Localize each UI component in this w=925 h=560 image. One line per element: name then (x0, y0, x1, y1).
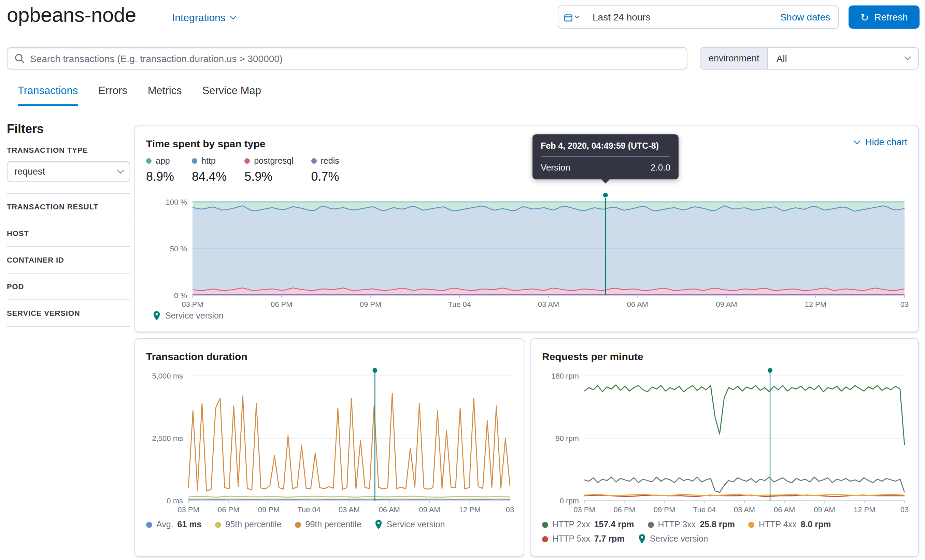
span-legend-redis[interactable]: redis0.7% (311, 156, 339, 186)
legend-label: Service version (387, 520, 445, 529)
map-pin-icon (638, 534, 646, 543)
svg-text:12 PM: 12 PM (459, 506, 481, 514)
transaction-type-value: request (14, 167, 45, 177)
span-type-stacked-area-chart[interactable]: 100 %50 %0 %03 PM06 PM09 PMTue 0403 AM06… (146, 188, 908, 310)
svg-text:03 AM: 03 AM (339, 506, 360, 514)
svg-text:03 AM: 03 AM (734, 506, 755, 514)
legend-label: http (201, 156, 216, 166)
refresh-button[interactable]: ↻ Refresh (848, 6, 919, 29)
calendar-icon (563, 13, 572, 21)
requests-per-minute-panel: Requests per minute 180 rpm90 rpm0 rpm03… (530, 338, 919, 557)
legend-label: HTTP 4xx (759, 520, 797, 529)
span-percent-value: 0.7% (311, 170, 339, 184)
legend-item-avg-[interactable]: Avg.61 ms (146, 520, 202, 529)
legend-label: HTTP 5xx (552, 534, 590, 543)
span-legend-app[interactable]: app8.9% (146, 156, 174, 186)
search-transactions-bar (7, 47, 687, 69)
legend-dot (215, 521, 221, 528)
legend-dot (648, 521, 654, 528)
service-version-legend[interactable]: Service version (153, 311, 907, 321)
legend-item-http-5xx[interactable]: HTTP 5xx7.7 rpm (542, 534, 625, 543)
transaction-type-select[interactable]: request (7, 161, 130, 182)
tab-errors[interactable]: Errors (98, 84, 127, 106)
legend-value: 157.4 rpm (594, 520, 634, 529)
hide-chart-label: Hide chart (865, 137, 907, 147)
rpm-chart-legend-row1: HTTP 2xx157.4 rpmHTTP 3xx25.8 rpmHTTP 4x… (542, 519, 907, 530)
requests-per-minute-chart[interactable]: 180 rpm90 rpm0 rpm03 PM06 PM09 PMTue 040… (542, 366, 908, 515)
legend-label: HTTP 3xx (658, 520, 696, 529)
legend-dot (192, 158, 197, 164)
svg-text:06 AM: 06 AM (379, 506, 400, 514)
time-range-field[interactable]: Last 24 hours Show dates (585, 6, 838, 28)
legend-dot (146, 158, 152, 164)
filter-section-pod[interactable]: POD (7, 273, 130, 300)
filters-title: Filters (7, 122, 130, 137)
svg-text:12 PM: 12 PM (804, 300, 826, 309)
svg-text:06 PM: 06 PM (271, 300, 292, 309)
legend-label: Service version (650, 534, 708, 543)
svg-text:0 rpm: 0 rpm (560, 497, 579, 505)
span-type-legend: app8.9%http84.4%postgresql5.9%redis0.7% (146, 156, 907, 186)
svg-text:100 %: 100 % (166, 198, 187, 206)
chevron-down-icon (904, 54, 911, 60)
legend-dot (146, 521, 152, 528)
legend-dot (311, 158, 317, 164)
integrations-dropdown[interactable]: Integrations (172, 12, 236, 23)
legend-item-service-version[interactable]: Service version (375, 520, 445, 529)
legend-item-service-version[interactable]: Service version (638, 534, 708, 543)
environment-select[interactable]: All (768, 48, 918, 69)
chevron-down-icon (230, 13, 237, 20)
svg-text:12 PM: 12 PM (854, 506, 875, 514)
calendar-button[interactable] (558, 6, 585, 28)
filter-section-service-version[interactable]: SERVICE VERSION (7, 300, 130, 327)
svg-text:Tue 04: Tue 04 (693, 506, 716, 514)
svg-text:03 PM: 03 PM (182, 300, 203, 309)
panel-title: Time spent by span type (146, 137, 265, 151)
legend-value: 61 ms (178, 520, 202, 529)
svg-text:Tue 04: Tue 04 (448, 300, 471, 309)
legend-label: redis (321, 156, 339, 166)
legend-label: 95th percentile (226, 520, 282, 529)
chevron-down-icon (574, 13, 579, 18)
legend-item-http-4xx[interactable]: HTTP 4xx8.0 rpm (749, 520, 831, 529)
svg-text:0 ms: 0 ms (167, 497, 183, 505)
tab-transactions[interactable]: Transactions (18, 84, 78, 106)
svg-text:5,000 ms: 5,000 ms (152, 372, 183, 380)
filter-section-transaction-result[interactable]: TRANSACTION RESULT (7, 194, 130, 220)
span-percent-value: 5.9% (244, 170, 293, 184)
transaction-type-label: TRANSACTION TYPE (7, 146, 130, 154)
hide-chart-button[interactable]: Hide chart (855, 137, 907, 147)
svg-text:03 PM: 03 PM (178, 506, 199, 514)
span-percent-value: 8.9% (146, 170, 174, 184)
legend-item-http-2xx[interactable]: HTTP 2xx157.4 rpm (542, 520, 634, 529)
span-legend-http[interactable]: http84.4% (192, 156, 227, 186)
environment-filter: environment All (700, 47, 919, 69)
tab-metrics[interactable]: Metrics (148, 84, 182, 106)
legend-label: postgresql (254, 156, 293, 166)
transaction-duration-chart[interactable]: 5,000 ms2,500 ms0 ms03 PM06 PM09 PMTue 0… (146, 366, 514, 515)
search-input[interactable] (30, 53, 680, 64)
legend-item-95th-percentile[interactable]: 95th percentile (215, 520, 282, 529)
svg-text:0 %: 0 % (174, 291, 187, 300)
svg-text:06 PM: 06 PM (613, 506, 635, 514)
time-range-picker: Last 24 hours Show dates (558, 6, 839, 29)
legend-item-99th-percentile[interactable]: 99th percentile (295, 520, 362, 529)
svg-text:03: 03 (506, 506, 514, 514)
time-spent-by-span-type-panel: Time spent by span type Hide chart app8.… (134, 126, 919, 332)
map-pin-icon (375, 520, 383, 529)
span-legend-postgresql[interactable]: postgresql5.9% (244, 156, 293, 186)
legend-value: 8.0 rpm (801, 520, 831, 529)
legend-dot (749, 521, 755, 528)
refresh-icon: ↻ (860, 12, 869, 22)
filter-section-container-id[interactable]: CONTAINER ID (7, 247, 130, 273)
refresh-label: Refresh (874, 12, 908, 23)
show-dates-link[interactable]: Show dates (780, 12, 830, 23)
service-name-title: opbeans-node (7, 3, 136, 27)
service-version-label: Service version (165, 311, 224, 321)
svg-text:09 AM: 09 AM (716, 300, 737, 309)
filter-section-host[interactable]: HOST (7, 220, 130, 247)
environment-value: All (776, 53, 787, 64)
legend-item-http-3xx[interactable]: HTTP 3xx25.8 rpm (648, 520, 735, 529)
legend-dot (295, 521, 301, 528)
tab-service-map[interactable]: Service Map (202, 84, 261, 106)
